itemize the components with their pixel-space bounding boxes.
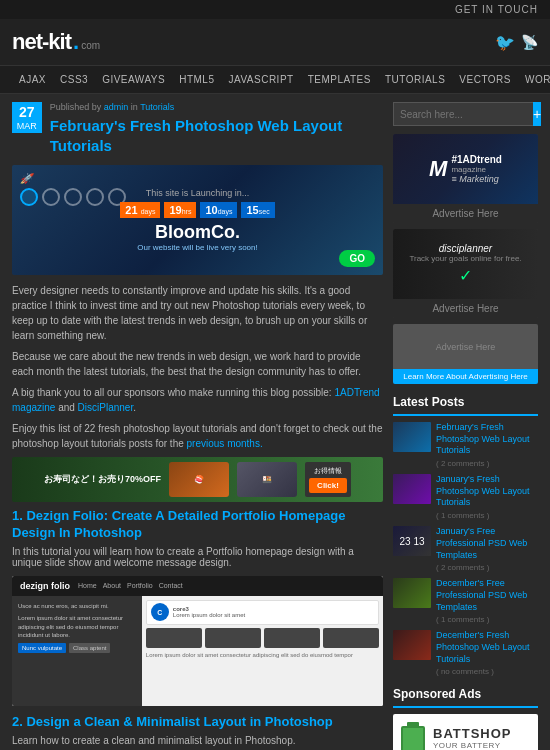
nav-giveaways[interactable]: GIVEAWAYS: [95, 66, 172, 93]
post-body-2: Because we care about the new trends in …: [12, 349, 383, 379]
sale-text: お寿司など！お売り70%OFF: [44, 473, 161, 486]
battshop-sub: YOUR BATTERY SUPPLIER: [433, 741, 530, 750]
sale-banner: お寿司など！お売り70%OFF 🍣 🍱 お得情報 Click!: [12, 457, 383, 502]
lp-title-2[interactable]: January's Fresh Photoshop Web Layout Tut…: [436, 474, 538, 509]
post-meta-author[interactable]: admin: [104, 102, 129, 112]
sponsor-disciplanner[interactable]: DisciPlanner: [78, 402, 134, 413]
search-input[interactable]: [393, 102, 533, 126]
ad-disciplanner: disciplanner Track your goals online for…: [393, 229, 538, 318]
content-area: 27 Mar Published by admin in Tutorials F…: [12, 102, 393, 750]
list-item: 23 13 January's Free Professional PSD We…: [393, 526, 538, 572]
main-post-title[interactable]: February's Fresh Photoshop Web Layout Tu…: [50, 116, 383, 155]
twitter-icon[interactable]: 🐦: [495, 33, 515, 52]
battshop-text: BATTSHOP YOUR BATTERY SUPPLIER: [433, 726, 530, 750]
nav-wordpress[interactable]: WORDPRESS: [518, 66, 550, 93]
logo-dot: .: [73, 29, 79, 55]
lp-comments-4: ( 1 comments ): [436, 615, 538, 624]
lp-comments-1: ( 2 comments ): [436, 459, 538, 468]
date-day: 27: [19, 104, 35, 121]
nav-tutorials[interactable]: TUTORIALS: [378, 66, 452, 93]
battshop-name: BATTSHOP: [433, 726, 530, 741]
ad-disciplanner-label: Advertise Here: [393, 299, 538, 318]
ad-advertise: Advertise Here Learn More About Advertis…: [393, 324, 538, 384]
lp-thumb-2: [393, 474, 431, 504]
ad-adtrend-label: Advertise Here: [393, 204, 538, 223]
ps-right: C core3 Lorem ipsum dolor sit amet Lorem…: [142, 596, 383, 706]
ps-columns: [146, 628, 379, 648]
sidebar: + M #1ADtrend magazine ≡ Marketing Adver…: [393, 102, 538, 750]
nav: AJAX CSS3 GIVEAWAYS HTML5 JAVASCRIPT TEM…: [0, 65, 550, 94]
lp-title-4[interactable]: December's Free Professional PSD Web Tem…: [436, 578, 538, 613]
post-meta-category[interactable]: Tutorials: [140, 102, 174, 112]
post-body-1: Every designer needs to constantly impro…: [12, 283, 383, 343]
latest-posts-title: Latest Posts: [393, 390, 538, 416]
go-button[interactable]: GO: [339, 250, 375, 267]
previous-months-link[interactable]: previous months.: [187, 438, 263, 449]
article-2-heading[interactable]: 2. Design a Clean & Minimalist Layout in…: [12, 714, 383, 731]
nav-items: AJAX CSS3 GIVEAWAYS HTML5 JAVASCRIPT TEM…: [12, 66, 550, 93]
count-21: 21 days: [120, 202, 160, 218]
sponsor-adtrend[interactable]: 1ADTrend magazine: [12, 387, 380, 413]
ad-advertise-block[interactable]: Advertise Here: [393, 324, 538, 369]
ps-logo: dezign folio: [20, 581, 70, 591]
sushi-image: 🍣: [169, 462, 229, 497]
lp-thumb-1: [393, 422, 431, 452]
nav-templates[interactable]: TEMPLATES: [301, 66, 378, 93]
nav-css3[interactable]: CSS3: [53, 66, 95, 93]
ad-learn-more[interactable]: Learn More About Advertising Here: [393, 369, 538, 384]
nav-ajax[interactable]: AJAX: [12, 66, 53, 93]
header-icons: 🐦 📡: [495, 33, 538, 52]
ad-adtrend: M #1ADtrend magazine ≡ Marketing Adverti…: [393, 134, 538, 223]
ps-card: C core3 Lorem ipsum dolor sit amet: [146, 600, 379, 625]
search-button[interactable]: +: [533, 102, 541, 126]
post-body-4: Enjoy this list of 22 fresh photoshop la…: [12, 421, 383, 451]
lp-thumb-3: 23 13: [393, 526, 431, 556]
ps-btn-2[interactable]: Class aptent: [69, 643, 110, 653]
ad-adtrend-image[interactable]: M #1ADtrend magazine ≡ Marketing: [393, 134, 538, 204]
post-body-3: A big thank you to all our sponsors who …: [12, 385, 383, 415]
lp-title-1[interactable]: February's Fresh Photoshop Web Layout Tu…: [436, 422, 538, 457]
lp-title-5[interactable]: December's Fresh Photoshop Web Layout Tu…: [436, 630, 538, 665]
nav-vectors[interactable]: VECTORS: [452, 66, 518, 93]
top-bar: GET IN TOUCH: [0, 0, 550, 19]
count-15: 15sec: [241, 202, 274, 218]
article-1-heading[interactable]: 1. Dezign Folio: Create A Detailed Portf…: [12, 508, 383, 542]
battshop-ad[interactable]: BATTSHOP YOUR BATTERY SUPPLIER: [393, 714, 538, 750]
lp-title-3[interactable]: January's Free Professional PSD Web Temp…: [436, 526, 538, 561]
lp-comments-2: ( 1 comments ): [436, 511, 538, 520]
ps-btn-1[interactable]: Nunc vulputate: [18, 643, 66, 653]
bloom-tagline: Our website will be live very soon!: [120, 243, 274, 252]
promo-box: お得情報 Click!: [305, 462, 351, 497]
count-19: 19hrs: [164, 202, 196, 218]
countdown: 21 days 19hrs 10days 15sec: [120, 202, 274, 218]
disc-check-icon: ✓: [459, 266, 472, 285]
nav-javascript[interactable]: JAVASCRIPT: [221, 66, 300, 93]
lp-comments-3: ( 2 comments ): [436, 563, 538, 572]
launching-text: This site is Launching in...: [120, 188, 274, 198]
nav-html5[interactable]: HTML5: [172, 66, 221, 93]
sushi-image-2: 🍱: [237, 462, 297, 497]
rss-icon[interactable]: 📡: [521, 34, 538, 50]
logo[interactable]: net-kit . com: [12, 29, 100, 55]
ps-left: Usce ac nunc eros, ac suscipit mi. Lorem…: [12, 596, 142, 706]
list-item: December's Fresh Photoshop Web Layout Tu…: [393, 630, 538, 676]
battery-body: [401, 726, 425, 750]
header: net-kit . com 🐦 📡: [0, 19, 550, 65]
list-item: January's Fresh Photoshop Web Layout Tut…: [393, 474, 538, 520]
bloom-logo: BloomCo.: [120, 222, 274, 243]
lp-comments-5: ( no comments ): [436, 667, 538, 676]
article-1-desc: In this tutorial you will learn how to c…: [12, 546, 383, 568]
hero-content: This site is Launching in... 21 days 19h…: [120, 188, 274, 252]
get-in-touch-label[interactable]: GET IN TOUCH: [455, 4, 538, 15]
logo-main: net-kit: [12, 29, 71, 55]
ps-body: Usce ac nunc eros, ac suscipit mi. Lorem…: [12, 596, 383, 706]
article-2-desc: Learn how to create a clean and minimali…: [12, 735, 383, 746]
search-box: +: [393, 102, 538, 126]
list-item: February's Fresh Photoshop Web Layout Tu…: [393, 422, 538, 468]
lp-thumb-5: [393, 630, 431, 660]
sponsored-ads-title: Sponsored Ads: [393, 682, 538, 708]
click-button[interactable]: Click!: [309, 478, 347, 493]
lp-thumb-4: [393, 578, 431, 608]
post-meta: Published by admin in Tutorials: [50, 102, 383, 112]
ad-disciplanner-image[interactable]: disciplanner Track your goals online for…: [393, 229, 538, 299]
